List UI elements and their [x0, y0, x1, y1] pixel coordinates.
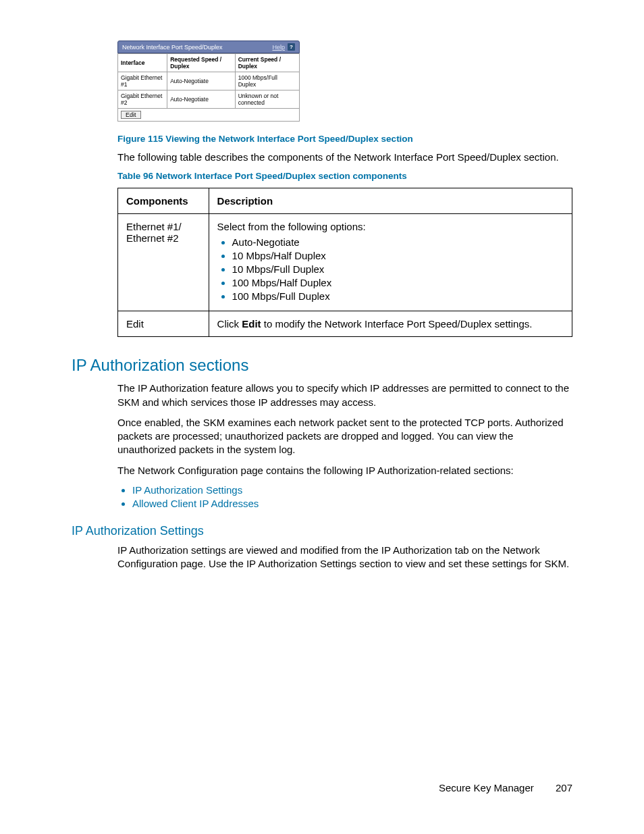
panel-col-interface: Interface	[118, 54, 167, 72]
panel-col-current: Current Speed / Duplex	[235, 54, 299, 72]
intro-paragraph: The following table describes the compon…	[117, 151, 572, 164]
th-description: Description	[209, 188, 572, 214]
table-caption: Table 96 Network Interface Port Speed/Du…	[117, 171, 572, 181]
th-components: Components	[118, 188, 209, 214]
cell-description: Select from the following options: Auto-…	[209, 214, 572, 311]
cell-component: Ethernet #1/ Ethernet #2	[118, 214, 209, 311]
options-list: Auto-Negotiate 10 Mbps/Half Duplex 10 Mb…	[217, 236, 564, 302]
list-item: 10 Mbps/Full Duplex	[232, 263, 564, 275]
help-link[interactable]: Help	[272, 44, 285, 51]
panel-row: Gigabit Ethernet #2 Auto-Negotiate Unkno…	[118, 90, 300, 109]
list-item: 100 Mbps/Full Duplex	[232, 290, 564, 302]
help-icon[interactable]: ?	[288, 43, 295, 51]
table-row: Edit Click Edit to modify the Network In…	[118, 311, 572, 337]
panel-footer: Edit	[117, 109, 300, 122]
panel-row: Gigabit Ethernet #1 Auto-Negotiate 1000 …	[118, 72, 300, 90]
section-paragraph: Once enabled, the SKM examines each netw…	[117, 416, 572, 457]
panel-cell-cur: 1000 Mbps/Full Duplex	[235, 72, 299, 90]
panel-cell-req: Auto-Negotiate	[167, 90, 236, 109]
section-link-list: IP Authorization Settings Allowed Client…	[117, 484, 572, 509]
footer-page-number: 207	[556, 782, 572, 793]
panel-header: Network Interface Port Speed/Duplex Help…	[117, 41, 300, 53]
section-paragraph: The Network Configuration page contains …	[117, 464, 572, 477]
link-ip-auth-settings[interactable]: IP Authorization Settings	[132, 484, 242, 496]
subsection-heading-ip-auth-settings: IP Authorization Settings	[72, 524, 572, 538]
panel-cell-iface: Gigabit Ethernet #2	[118, 90, 167, 109]
panel-cell-iface: Gigabit Ethernet #1	[118, 72, 167, 90]
list-item: Auto-Negotiate	[232, 236, 564, 248]
panel-cell-cur: Unknown or not connected	[235, 90, 299, 109]
desc-post: to modify the Network Interface Port Spe…	[261, 318, 533, 330]
cell-component: Edit	[118, 311, 209, 337]
cell-description: Click Edit to modify the Network Interfa…	[209, 311, 572, 337]
table-row: Ethernet #1/ Ethernet #2 Select from the…	[118, 214, 572, 311]
desc-bold: Edit	[242, 318, 261, 330]
panel-cell-req: Auto-Negotiate	[167, 72, 236, 90]
list-item: IP Authorization Settings	[132, 484, 572, 496]
panel-table: Interface Requested Speed / Duplex Curre…	[117, 53, 300, 109]
list-item: 10 Mbps/Half Duplex	[232, 250, 564, 261]
link-allowed-client-ips[interactable]: Allowed Client IP Addresses	[132, 498, 259, 509]
panel-col-requested: Requested Speed / Duplex	[167, 54, 236, 72]
list-item: Allowed Client IP Addresses	[132, 498, 572, 509]
section-paragraph: The IP Authorization feature allows you …	[117, 382, 572, 409]
subsection-paragraph: IP Authorization settings are viewed and…	[117, 544, 572, 571]
components-table: Components Description Ethernet #1/ Ethe…	[117, 188, 572, 337]
edit-button[interactable]: Edit	[121, 111, 141, 119]
panel-title: Network Interface Port Speed/Duplex	[122, 44, 269, 51]
footer-product: Secure Key Manager	[439, 782, 534, 793]
figure-caption: Figure 115 Viewing the Network Interface…	[117, 134, 572, 144]
desc-pre: Click	[217, 318, 242, 330]
section-heading-ip-authorization: IP Authorization sections	[72, 356, 572, 375]
page-footer: Secure Key Manager 207	[439, 782, 572, 793]
desc-intro: Select from the following options:	[217, 221, 366, 232]
list-item: 100 Mbps/Half Duplex	[232, 277, 564, 288]
port-speed-duplex-panel: Network Interface Port Speed/Duplex Help…	[117, 41, 300, 122]
